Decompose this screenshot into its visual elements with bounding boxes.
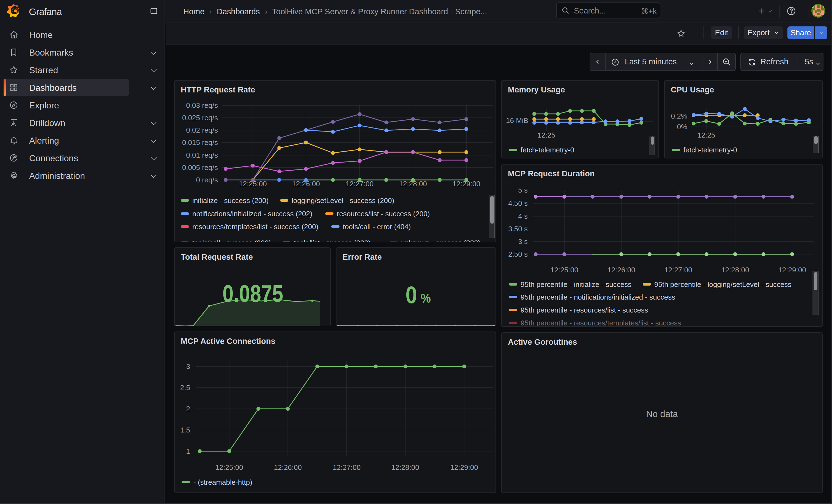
svg-text:12:26:00: 12:26:00 xyxy=(607,266,635,274)
svg-text:12:25:00: 12:25:00 xyxy=(215,463,243,472)
svg-text:95th percentile - initialize -: 95th percentile - initialize - success xyxy=(521,280,631,289)
svg-text:95th percentile - notification: 95th percentile - notifications/initiali… xyxy=(521,293,675,301)
svg-text:4 s: 4 s xyxy=(518,212,528,220)
svg-text:95th percentile - resources/te: 95th percentile - resources/templates/li… xyxy=(521,319,681,327)
svg-text:12:25:00: 12:25:00 xyxy=(550,266,578,274)
svg-text:0: 0 xyxy=(406,282,417,309)
svg-text:95th percentile - resources/li: 95th percentile - resources/list - succe… xyxy=(521,306,648,314)
svg-text:resources/templates/list - suc: resources/templates/list - success (200) xyxy=(192,222,318,231)
svg-text:12:26:00: 12:26:00 xyxy=(274,463,302,472)
svg-text:tools/call - success (200): tools/call - success (200) xyxy=(192,239,271,242)
svg-text:12:29:00: 12:29:00 xyxy=(450,463,478,472)
svg-text:0.02 req/s: 0.02 req/s xyxy=(186,126,218,134)
svg-text:0%: 0% xyxy=(677,123,687,131)
svg-text:95th percentile - logging/setL: 95th percentile - logging/setLevel - suc… xyxy=(654,280,791,289)
svg-text:12:27:00: 12:27:00 xyxy=(333,463,360,472)
svg-text:- (streamable-http): - (streamable-http) xyxy=(193,478,252,486)
svg-text:2.5: 2.5 xyxy=(180,383,190,392)
svg-text:1.5: 1.5 xyxy=(180,426,190,434)
svg-text:12:27:00: 12:27:00 xyxy=(664,266,692,274)
svg-text:3.50 s: 3.50 s xyxy=(508,225,528,233)
svg-text:0.2%: 0.2% xyxy=(671,112,687,120)
svg-text:12:28:00: 12:28:00 xyxy=(391,463,419,472)
svg-text:12:28:00: 12:28:00 xyxy=(721,266,749,274)
svg-text:0.01 req/s: 0.01 req/s xyxy=(186,151,218,159)
svg-text:12:29:00: 12:29:00 xyxy=(778,266,806,274)
svg-text:0 req/s: 0 req/s xyxy=(196,176,218,184)
svg-text:2: 2 xyxy=(186,405,190,413)
svg-text:fetch-telemetry-0: fetch-telemetry-0 xyxy=(683,146,737,154)
svg-text:unknown - success (200): unknown - success (200) xyxy=(401,239,480,242)
svg-text:5 s: 5 s xyxy=(518,186,528,194)
svg-text:3: 3 xyxy=(186,362,190,371)
svg-text:2.50 s: 2.50 s xyxy=(508,250,528,258)
svg-text:0.005 req/s: 0.005 req/s xyxy=(182,163,218,172)
svg-text:16 MiB: 16 MiB xyxy=(506,116,528,125)
svg-text:0.015 req/s: 0.015 req/s xyxy=(182,138,218,147)
svg-text:logging/setLevel - success (20: logging/setLevel - success (200) xyxy=(292,196,394,205)
svg-text:0.03 req/s: 0.03 req/s xyxy=(186,101,218,109)
svg-text:12:25: 12:25 xyxy=(537,131,555,139)
svg-text:initialize - success (200): initialize - success (200) xyxy=(192,196,268,205)
svg-text:4.50 s: 4.50 s xyxy=(508,199,528,207)
svg-text:0.0875: 0.0875 xyxy=(223,280,283,307)
svg-text:1: 1 xyxy=(186,447,190,455)
svg-text:0.025 req/s: 0.025 req/s xyxy=(182,114,218,122)
svg-text:12:25: 12:25 xyxy=(697,131,715,139)
svg-text:tools/call - error (404): tools/call - error (404) xyxy=(343,222,411,231)
svg-text:%: % xyxy=(421,291,431,306)
svg-text:3 s: 3 s xyxy=(518,237,528,246)
svg-text:tools/list - success (200): tools/list - success (200) xyxy=(294,239,371,242)
svg-text:fetch-telemetry-0: fetch-telemetry-0 xyxy=(521,146,574,154)
svg-text:resources/list - success (200): resources/list - success (200) xyxy=(337,210,430,218)
svg-text:notifications/initialized - su: notifications/initialized - success (202… xyxy=(192,210,312,218)
